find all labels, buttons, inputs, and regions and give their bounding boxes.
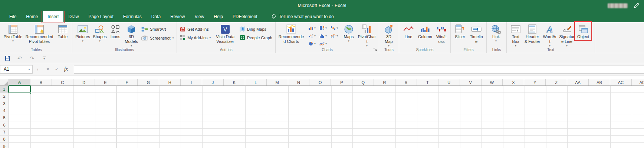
sparkline-line-button[interactable]: Line (401, 23, 416, 39)
get-addins-button[interactable]: Get Add-ins (178, 26, 212, 33)
column-header-Y[interactable]: Y (524, 79, 546, 85)
grid-cells-row-8[interactable] (9, 136, 644, 142)
link-button[interactable]: Link ▾ (488, 23, 504, 43)
column-header-I[interactable]: I (181, 79, 202, 85)
visio-data-visualizer-button[interactable]: V Visio Data Visualizer (212, 23, 238, 44)
column-header-T[interactable]: T (417, 79, 438, 85)
bing-maps-button[interactable]: b Bing Maps (238, 26, 274, 33)
recommended-pivottables-button[interactable]: Recommended PivotTables (24, 23, 55, 44)
grid-cells-row-9[interactable] (9, 143, 644, 148)
column-header-K[interactable]: K (224, 79, 245, 85)
grid-cells-row-7[interactable] (9, 129, 644, 135)
tab-formulas[interactable]: Formulas (118, 11, 147, 22)
confirm-entry-icon[interactable]: ✓ (52, 67, 61, 72)
row-header-9[interactable]: 9 (0, 143, 9, 148)
row-header-8[interactable]: 8 (0, 136, 9, 142)
tab-help[interactable]: Help (209, 11, 228, 22)
tab-data[interactable]: Data (147, 11, 165, 22)
wordart-button[interactable]: A WordArt ▾ (542, 23, 558, 47)
tab-pdfelement[interactable]: PDFelement (228, 11, 262, 22)
column-header-W[interactable]: W (482, 79, 503, 85)
pivotchart-button[interactable]: PivotChart ▾ (356, 23, 377, 47)
column-header-D[interactable]: D (73, 79, 95, 85)
column-header-M[interactable]: M (267, 79, 288, 85)
recommended-charts-button[interactable]: Recommended Charts (277, 23, 305, 44)
row-header-7[interactable]: 7 (0, 129, 9, 135)
tab-home[interactable]: Home (21, 11, 43, 22)
tab-view[interactable]: View (190, 11, 209, 22)
sparkline-column-button[interactable]: Column (416, 23, 434, 39)
column-header-J[interactable]: J (202, 79, 224, 85)
row-header-2[interactable]: 2 (0, 93, 9, 100)
object-button[interactable]: Object (576, 23, 591, 39)
charts-dialog-launcher-icon[interactable] (373, 47, 378, 52)
name-box-dropdown-icon[interactable]: ▾ (26, 68, 32, 71)
timeline-button[interactable]: Timeline (468, 23, 485, 44)
insert-hierarchy-chart-button[interactable]: ▾ (318, 24, 329, 32)
grid-cells-row-1[interactable] (9, 86, 644, 92)
column-header-A[interactable]: A (9, 79, 30, 85)
column-header-H[interactable]: H (159, 79, 181, 85)
pictures-button[interactable]: Pictures ▾ (74, 23, 92, 43)
pivottable-button[interactable]: PivotTable ▾ (2, 23, 24, 43)
row-header-6[interactable]: 6 (0, 121, 9, 128)
grid-cells-row-4[interactable] (9, 107, 644, 114)
people-graph-button[interactable]: People Graph (238, 34, 274, 41)
column-header-Q[interactable]: Q (352, 79, 374, 85)
grid-cells-row-5[interactable] (9, 114, 644, 121)
sparkline-winloss-button[interactable]: Win/Loss (434, 23, 449, 44)
column-header-F[interactable]: F (116, 79, 138, 85)
column-header-AA[interactable]: AA (567, 79, 589, 85)
signature-line-button[interactable]: Signature Line ▾ (558, 23, 576, 47)
formula-bar-grip-icon[interactable]: ⋮ (36, 67, 40, 72)
header-footer-button[interactable]: Header & Footer (523, 23, 542, 44)
redo-button[interactable]: ↷ (28, 54, 36, 62)
insert-scatter-chart-button[interactable]: ▾ (306, 32, 318, 40)
column-header-N[interactable]: N (288, 79, 310, 85)
ink-pen-icon[interactable] (634, 3, 640, 9)
column-header-U[interactable]: U (438, 79, 460, 85)
column-header-G[interactable]: G (138, 79, 159, 85)
save-button[interactable] (4, 54, 11, 62)
grid-cells-row-6[interactable] (9, 121, 644, 128)
tab-page-layout[interactable]: Page Layout (83, 11, 118, 22)
name-box[interactable]: A1 ▾ (0, 65, 33, 74)
insert-function-button[interactable]: fx (61, 66, 71, 72)
column-header-X[interactable]: X (503, 79, 524, 85)
tell-me-box[interactable]: Tell me what you want to do (271, 11, 334, 22)
grid-cells-row-3[interactable] (9, 100, 644, 107)
row-header-1[interactable]: 1 (0, 86, 9, 92)
table-button[interactable]: Table (55, 23, 70, 39)
tab-insert[interactable]: Insert (43, 11, 63, 22)
customize-qat-button[interactable]: ▾ (43, 57, 46, 60)
row-header-4[interactable]: 4 (0, 107, 9, 114)
3d-models-button[interactable]: 3D Models ▾ (123, 23, 140, 47)
maps-button[interactable]: Maps ▾ (341, 23, 356, 43)
insert-pie-chart-button[interactable]: ▾ (306, 40, 318, 47)
shapes-button[interactable]: Shapes ▾ (92, 23, 108, 43)
tab-draw[interactable]: Draw (63, 11, 83, 22)
row-header-3[interactable]: 3 (0, 100, 9, 107)
column-header-AB[interactable]: AB (589, 79, 610, 85)
column-header-Z[interactable]: Z (546, 79, 567, 85)
tab-review[interactable]: Review (165, 11, 190, 22)
screenshot-button[interactable]: Screenshot ▾ (140, 34, 175, 41)
column-header-S[interactable]: S (395, 79, 417, 85)
icons-button[interactable]: Icons (108, 23, 123, 39)
column-header-O[interactable]: O (309, 79, 331, 85)
column-header-R[interactable]: R (374, 79, 395, 85)
text-box-button[interactable]: Text Box ▾ (508, 23, 523, 47)
column-header-C[interactable]: C (52, 79, 73, 85)
column-header-E[interactable]: E (95, 79, 116, 85)
undo-button[interactable]: ↶ (16, 54, 23, 62)
my-addins-button[interactable]: My Add-ins ▾ (178, 34, 212, 41)
insert-combo-chart-button[interactable]: ▾ (329, 32, 340, 40)
column-header-AC[interactable]: AC (610, 79, 632, 85)
insert-statistic-chart-button[interactable]: ▾ (318, 32, 329, 40)
column-header-AD[interactable]: AD (632, 79, 644, 85)
select-all-corner[interactable] (0, 79, 9, 85)
column-header-V[interactable]: V (460, 79, 482, 85)
cancel-entry-icon[interactable]: ✕ (43, 67, 52, 72)
column-header-P[interactable]: P (331, 79, 352, 85)
tab-file[interactable]: File (4, 11, 21, 22)
